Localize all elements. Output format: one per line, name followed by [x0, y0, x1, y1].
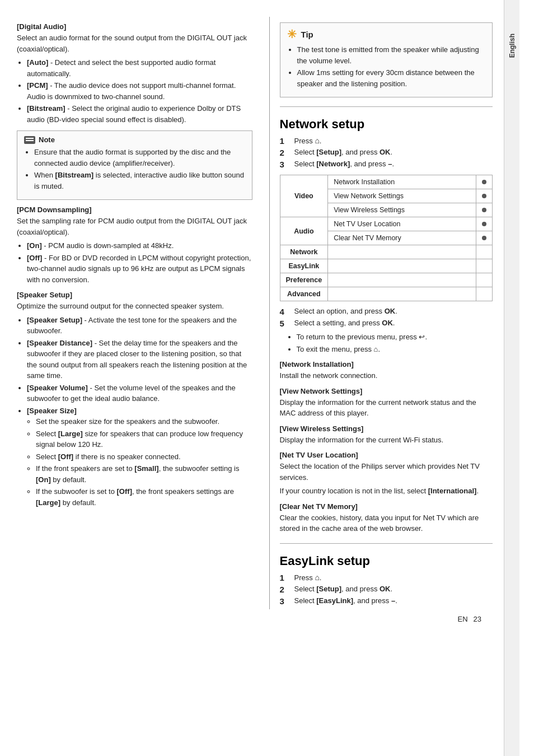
network-setup-heading: Network setup [280, 117, 493, 132]
list-item: [Speaker Size] Set the speaker size for … [27, 405, 252, 508]
view-network-settings-heading: [View Network Settings] [280, 387, 493, 395]
easylink-setup-heading: EasyLink setup [280, 554, 493, 568]
step-1: 1Press ⌂. [280, 136, 493, 146]
list-item: [Speaker Distance] - Set the delay time … [27, 338, 252, 381]
speaker-setup-intro: Optimize the surround output for the con… [17, 301, 252, 312]
speaker-size-sublist: Set the speaker size for the speakers an… [36, 416, 252, 508]
list-item: Ensure that the audio format is supporte… [34, 147, 245, 169]
speaker-setup-heading: [Speaker Setup] [17, 291, 252, 299]
view-wireless-settings-text: Display the information for the current … [280, 435, 493, 446]
menu-cell-audio: Audio [280, 217, 328, 245]
menu-cell-video: Video [280, 175, 328, 217]
language-label: EN [457, 615, 467, 623]
option-clear-net-tv-memory: Clear Net TV Memory [328, 231, 476, 245]
menu-cell-preference: Preference [280, 273, 328, 287]
list-item: If the subwoofer is set to [Off], the fr… [36, 486, 252, 508]
list-item: If the front speakers are set to [Small]… [36, 463, 252, 485]
dot-indicator [482, 222, 486, 226]
step-2: 2Select [Setup], and press OK. [280, 585, 493, 594]
option-net-tv-user-location: Net TV User Location [328, 217, 476, 231]
option-view-wireless-settings: View Wireless Settings [328, 203, 476, 217]
note-list: Ensure that the audio format is supporte… [34, 147, 245, 192]
speaker-list: [Speaker Setup] - Activate the test tone… [27, 315, 252, 508]
table-row: EasyLink [280, 259, 492, 273]
view-wireless-settings-heading: [View Wireless Settings] [280, 424, 493, 433]
pcm-downsampling-intro: Set the sampling rate for PCM audio outp… [17, 216, 252, 237]
table-row: Advanced [280, 287, 492, 301]
section-divider [280, 106, 493, 107]
list-item: Set the speaker size for the speakers an… [36, 416, 252, 427]
list-item: Select [Off] if there is no speaker conn… [36, 451, 252, 463]
list-item: [Off] - For BD or DVD recorded in LPCM w… [27, 253, 252, 286]
clear-net-tv-memory-text: Clear the cookies, history, data you inp… [280, 512, 493, 534]
menu-cell-easylink: EasyLink [280, 259, 328, 273]
note-box: Note Ensure that the audio format is sup… [17, 130, 252, 200]
digital-audio-intro: Select an audio format for the sound out… [17, 32, 252, 54]
language-sidebar: English [504, 0, 519, 756]
step-1: 1Press ⌂. [280, 573, 493, 582]
navigation-tips: To return to the previous menu, press ↩.… [297, 332, 493, 354]
net-tv-user-location-text: Select the location of the Philips serve… [280, 461, 493, 483]
pcm-list: [On] - PCM audio is down-sampled at 48kH… [27, 240, 252, 285]
list-item: [On] - PCM audio is down-sampled at 48kH… [27, 240, 252, 251]
home-icon: ⌂ [315, 136, 319, 145]
note-label: Note [39, 136, 55, 144]
network-steps-continued: 4Select an option, and press OK. 5Select… [280, 307, 493, 328]
pcm-downsampling-heading: [PCM Downsampling] [17, 206, 252, 214]
list-item: To return to the previous menu, press ↩. [297, 332, 493, 343]
list-item: [PCM] - The audio device does not suppor… [27, 80, 252, 102]
network-table: Video Network Installation View Network … [280, 175, 493, 301]
menu-cell-network: Network [280, 245, 328, 259]
table-row: Preference [280, 273, 492, 287]
dot-indicator [482, 236, 486, 240]
digital-audio-list: [Auto] - Detect and select the best supp… [27, 57, 252, 125]
tip-list: The test tone is emitted from the speake… [297, 44, 485, 89]
sidebar-language-text: English [508, 34, 516, 58]
page-number: 23 [474, 615, 481, 623]
home-icon-2: ⌂ [315, 573, 319, 582]
list-item: [Auto] - Detect and select the best supp… [27, 57, 252, 79]
list-item: [Speaker Volume] - Set the volume level … [27, 382, 252, 404]
dot-indicator [482, 180, 486, 184]
list-item: When [Bitstream] is selected, interactiv… [34, 170, 245, 192]
dot-indicator [482, 208, 486, 212]
net-tv-international-text: If your country location is not in the l… [280, 486, 493, 497]
section-divider-2 [280, 543, 493, 544]
tip-label: Tip [301, 30, 313, 39]
step-3: 3Select [EasyLink], and press –. [280, 596, 493, 606]
step-3: 3Select [Network], and press –. [280, 160, 493, 169]
step-2: 2Select [Setup], and press OK. [280, 148, 493, 157]
list-item: The test tone is emitted from the speake… [297, 44, 485, 66]
table-row: Video Network Installation [280, 175, 492, 189]
network-installation-heading: [Network Installation] [280, 360, 493, 368]
network-setup-steps: 1Press ⌂. 2Select [Setup], and press OK.… [280, 136, 493, 169]
list-item: [Bitstream] - Select the original audio … [27, 103, 252, 125]
step-5: 5Select a setting, and press OK. [280, 319, 493, 328]
option-network-installation: Network Installation [328, 175, 476, 189]
left-column: [Digital Audio] Select an audio format f… [17, 17, 258, 609]
table-row: Audio Net TV User Location [280, 217, 492, 231]
list-item: [Speaker Setup] - Activate the test tone… [27, 315, 252, 337]
step-4: 4Select an option, and press OK. [280, 307, 493, 316]
table-row: Network [280, 245, 492, 259]
network-installation-text: Install the network connection. [280, 370, 493, 381]
net-tv-user-location-heading: [Net TV User Location] [280, 451, 493, 459]
dot-indicator [482, 194, 486, 198]
easylink-steps: 1Press ⌂. 2Select [Setup], and press OK.… [280, 573, 493, 606]
list-item: Select [Large] size for speakers that ca… [36, 428, 252, 450]
page-footer: EN 23 [17, 609, 493, 629]
clear-net-tv-memory-heading: [Clear Net TV Memory] [280, 502, 493, 511]
view-network-settings-text: Display the information for the current … [280, 397, 493, 419]
list-item: Allow 1ms setting for every 30cm distanc… [297, 67, 485, 89]
list-item: To exit the menu, press ⌂. [297, 344, 493, 355]
tip-box: ✳ Tip The test tone is emitted from the … [280, 22, 493, 97]
menu-cell-advanced: Advanced [280, 287, 328, 301]
note-icon [24, 136, 35, 144]
tip-header: ✳ Tip [287, 27, 485, 41]
option-view-network-settings: View Network Settings [328, 189, 476, 203]
digital-audio-heading: [Digital Audio] [17, 22, 252, 31]
tip-star-icon: ✳ [287, 27, 297, 41]
right-column: ✳ Tip The test tone is emitted from the … [269, 17, 493, 609]
note-header: Note [24, 136, 245, 144]
